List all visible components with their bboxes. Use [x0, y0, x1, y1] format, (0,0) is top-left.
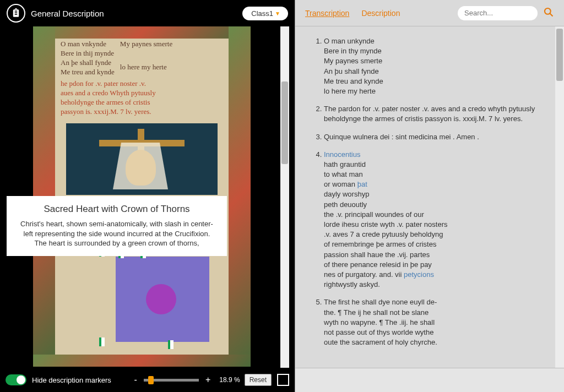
- tab-bar: Transcription Description: [295, 0, 564, 26]
- transcription-item: Innocentius hath grauntid to what man or…: [324, 150, 553, 290]
- description-marker[interactable]: [99, 337, 105, 346]
- transcription-scrollbar[interactable]: [555, 26, 564, 368]
- description-marker[interactable]: [168, 340, 173, 349]
- zoom-in-button[interactable]: +: [201, 375, 215, 385]
- zoom-out-button[interactable]: -: [130, 375, 142, 385]
- tab-transcription[interactable]: Transcription: [305, 9, 349, 18]
- veronica-image: [66, 123, 218, 195]
- search-icon[interactable]: [543, 7, 554, 19]
- zoom-percent: 18.9 %: [219, 376, 240, 384]
- class-dropdown-label: Class1: [251, 9, 273, 18]
- reset-button[interactable]: Reset: [245, 374, 272, 386]
- text-panel: Transcription Description O man unkynde …: [295, 0, 564, 392]
- svg-line-1: [550, 14, 553, 17]
- transcription-content: O man unkynde Bere in thy mynde My payne…: [295, 26, 564, 368]
- page-title: General Description: [31, 9, 104, 18]
- region-tooltip: Sacred Heart with Crown of Thorns Christ…: [7, 196, 227, 256]
- link[interactable]: Innocentius: [324, 150, 361, 159]
- transcription-item: The pardon for .v. pater noster .v. aves…: [324, 104, 553, 124]
- chevron-down-icon: ▼: [275, 10, 280, 17]
- markers-toggle[interactable]: [6, 374, 26, 385]
- clipboard-icon: [7, 4, 25, 23]
- image-viewer-panel: General Description Class1 ▼ O man vnkyn…: [0, 0, 295, 392]
- manuscript-viewer[interactable]: O man vnkynde Bere in thij mynde An þe s…: [6, 26, 289, 368]
- transcription-item: O man unkynde Bere in thy mynde My payne…: [324, 36, 553, 96]
- tooltip-title: Sacred Heart with Crown of Thorns: [17, 204, 217, 215]
- markers-toggle-label: Hide description markers: [32, 376, 111, 384]
- viewer-scrollbar[interactable]: [280, 26, 289, 368]
- link[interactable]: þat: [357, 180, 367, 188]
- fullscreen-icon[interactable]: [277, 374, 289, 386]
- transcription-item: The first he shall dye none euyll de- th…: [324, 297, 553, 347]
- search-input[interactable]: [458, 6, 538, 20]
- transcription-item: Quinque wulnera dei : sint medicina mei …: [324, 132, 553, 142]
- link[interactable]: petycions: [404, 270, 434, 279]
- viewer-header: General Description Class1 ▼: [0, 0, 295, 26]
- selection-highlight[interactable]: [116, 257, 209, 342]
- viewer-toolbar: Hide description markers - + 18.9 % Rese…: [0, 368, 295, 392]
- class-dropdown[interactable]: Class1 ▼: [242, 7, 288, 20]
- manuscript-text-block: O man vnkynde Bere in thij mynde An þe s…: [61, 40, 223, 117]
- svg-point-0: [545, 8, 551, 14]
- zoom-slider[interactable]: [144, 379, 199, 382]
- bottom-bar: [295, 368, 564, 392]
- tab-description[interactable]: Description: [361, 9, 400, 18]
- tooltip-body: Christ's heart, shown semi-anatomically,…: [17, 219, 217, 248]
